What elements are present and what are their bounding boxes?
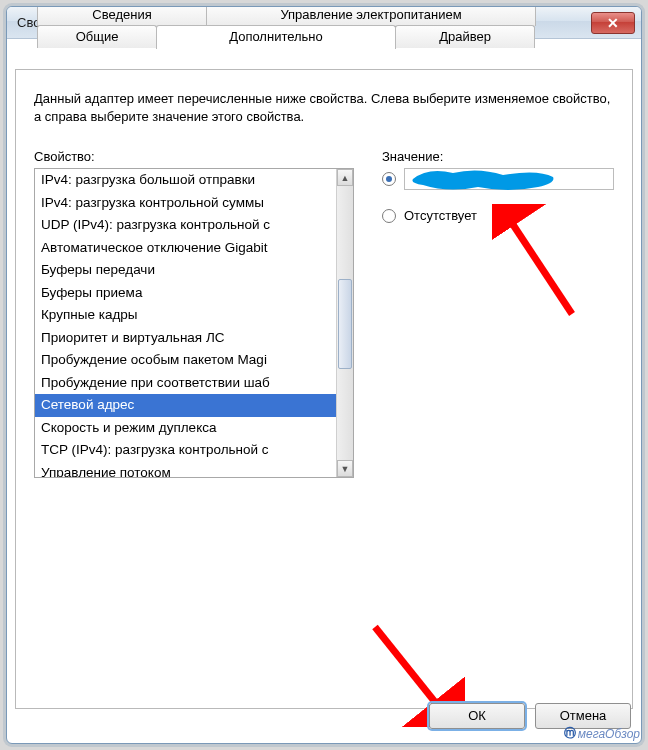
svg-line-0: [506, 214, 572, 314]
value-absent-row[interactable]: Отсутствует: [382, 208, 614, 223]
tab-details[interactable]: Сведения: [37, 6, 207, 26]
absent-label: Отсутствует: [404, 208, 477, 223]
tab-row-upper: Сведения Управление электропитанием: [37, 6, 535, 26]
list-item[interactable]: IPv4: разгрузка контрольной суммы: [35, 192, 336, 215]
list-item[interactable]: Буферы приема: [35, 282, 336, 305]
ok-button[interactable]: ОК: [429, 703, 525, 729]
list-item[interactable]: Пробуждение при соответствии шаб: [35, 372, 336, 395]
list-item[interactable]: Крупные кадры: [35, 304, 336, 327]
client-area: Сведения Управление электропитанием Общи…: [15, 47, 633, 735]
tab-general[interactable]: Общие: [37, 25, 157, 48]
tab-panel: Данный адаптер имеет перечисленные ниже …: [15, 69, 633, 709]
scroll-up-button[interactable]: ▲: [337, 169, 353, 186]
close-button[interactable]: ✕: [591, 12, 635, 34]
radio-value-present[interactable]: [382, 172, 396, 186]
value-input[interactable]: [404, 168, 614, 190]
watermark: ⓜмегаОбзор: [564, 725, 640, 742]
list-item[interactable]: Приоритет и виртуальная ЛС: [35, 327, 336, 350]
property-listbox[interactable]: IPv4: разгрузка большой отправкиIPv4: ра…: [34, 168, 354, 478]
description-text: Данный адаптер имеет перечисленные ниже …: [34, 90, 614, 125]
tab-power-management[interactable]: Управление электропитанием: [206, 6, 536, 26]
list-item[interactable]: Управление потоком: [35, 462, 336, 478]
list-item[interactable]: Скорость и режим дуплекса: [35, 417, 336, 440]
list-item[interactable]: Буферы передачи: [35, 259, 336, 282]
scrollbar[interactable]: ▲ ▼: [336, 169, 353, 477]
value-label: Значение:: [382, 149, 614, 164]
list-item[interactable]: IPv4: разгрузка большой отправки: [35, 169, 336, 192]
close-icon: ✕: [607, 15, 619, 31]
scroll-down-button[interactable]: ▼: [337, 460, 353, 477]
scroll-thumb[interactable]: [338, 279, 352, 369]
list-item[interactable]: Автоматическое отключение Gigabit: [35, 237, 336, 260]
advanced-tab-content: Данный адаптер имеет перечисленные ниже …: [16, 70, 632, 498]
redacted-value: [408, 165, 558, 193]
radio-value-absent[interactable]: [382, 209, 396, 223]
tab-row-lower: Общие Дополнительно Драйвер: [37, 25, 534, 49]
list-item[interactable]: Сетевой адрес: [35, 394, 336, 417]
tab-driver[interactable]: Драйвер: [395, 25, 535, 48]
value-present-row[interactable]: [382, 168, 614, 190]
property-label: Свойство:: [34, 149, 354, 164]
list-item[interactable]: Пробуждение особым пакетом Magi: [35, 349, 336, 372]
list-item[interactable]: TCP (IPv4): разгрузка контрольной с: [35, 439, 336, 462]
tab-advanced[interactable]: Дополнительно: [156, 25, 396, 49]
list-item[interactable]: UDP (IPv4): разгрузка контрольной с: [35, 214, 336, 237]
properties-dialog: Свойства: Сетевая карта Realtek RTL8168B…: [6, 6, 642, 744]
